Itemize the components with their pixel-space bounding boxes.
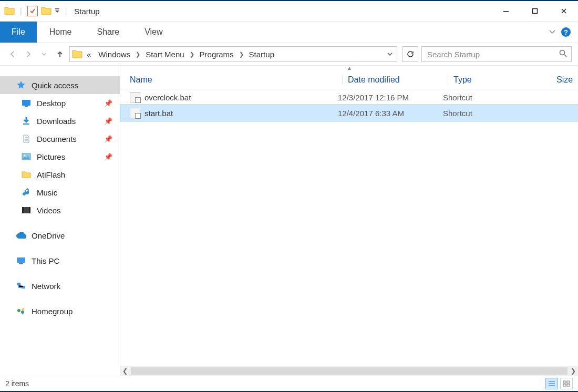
svg-rect-1 [503,11,509,12]
address-folder-icon [72,49,82,60]
explorer-window: | | Startup File [0,0,578,392]
shortcut-file-icon [130,108,140,118]
sidebar-item-label: Network [32,282,60,291]
sidebar-item-label: This PC [32,256,59,265]
new-folder-icon[interactable] [41,6,51,17]
svg-rect-22 [567,384,570,386]
address-bar[interactable]: « Windows ❯ Start Menu ❯ Programs ❯ Star… [69,46,397,62]
music-icon [21,188,32,197]
help-icon[interactable]: ? [561,27,571,37]
view-toggle [545,378,573,389]
breadcrumb[interactable]: Windows [95,50,133,59]
sidebar-item-videos[interactable]: Videos [0,201,120,219]
horizontal-scrollbar[interactable]: ❮ ❯ [120,366,578,376]
file-list-area: ▴ Name Date modified Type Size overclock… [120,66,578,376]
chevron-right-icon[interactable]: ❯ [189,51,195,58]
file-type: Shortcut [438,93,540,102]
svg-rect-2 [532,9,537,14]
svg-rect-0 [55,8,59,9]
scroll-right-icon[interactable]: ❯ [569,367,578,375]
svg-point-17 [21,311,24,314]
back-button[interactable] [6,50,19,58]
svg-rect-10 [22,207,24,213]
sidebar-item-downloads[interactable]: Downloads 📌 [0,112,120,130]
tab-view[interactable]: View [132,22,175,43]
statusbar: 2 items [0,376,578,391]
sidebar-item-homegroup[interactable]: Homegroup [0,302,120,320]
column-header-size[interactable]: Size [551,75,578,85]
view-thumbnails-button[interactable] [560,378,573,389]
sidebar-item-label: Documents [37,135,77,143]
svg-rect-19 [563,381,566,383]
column-header-type[interactable]: Type [448,75,551,85]
qat-customize-icon[interactable] [55,8,60,14]
sidebar-item-this-pc[interactable]: This PC [0,252,120,270]
scroll-track[interactable] [131,367,567,375]
column-header-date[interactable]: Date modified [342,75,448,85]
quick-access-toolbar: | | [0,6,69,17]
breadcrumb[interactable]: Startup [246,50,277,59]
onedrive-icon [16,232,26,239]
forward-button[interactable] [22,50,35,58]
recent-locations-icon[interactable] [38,51,50,57]
homegroup-icon [16,307,26,315]
svg-point-18 [22,308,25,311]
svg-point-8 [24,155,26,157]
file-date: 12/3/2017 12:16 PM [333,93,438,102]
separator: | [20,7,22,15]
sidebar-item-network[interactable]: Network [0,277,120,295]
chevron-right-icon[interactable]: ❯ [238,51,245,58]
file-row[interactable]: overclock.bat 12/3/2017 12:16 PM Shortcu… [120,89,578,105]
status-text: 2 items [5,379,29,388]
sidebar-item-onedrive[interactable]: OneDrive [0,226,120,244]
sidebar-item-label: OneDrive [32,231,65,240]
sidebar-item-documents[interactable]: Documents 📌 [0,130,120,148]
search-icon[interactable] [559,49,567,59]
minimize-button[interactable] [491,1,520,21]
star-icon [16,80,26,90]
sidebar-item-label: Quick access [32,81,78,90]
window-controls [491,1,578,21]
body: Quick access Desktop 📌 Downloads 📌 [0,66,578,376]
breadcrumb[interactable]: Programs [197,50,237,59]
sidebar-item-quick-access[interactable]: Quick access [0,76,120,94]
breadcrumb[interactable]: Start Menu [142,50,187,59]
close-button[interactable] [549,1,578,21]
search-box[interactable] [421,46,572,62]
sort-indicator-icon: ▴ [120,66,578,71]
sidebar-item-pictures[interactable]: Pictures 📌 [0,148,120,166]
search-input[interactable] [426,49,555,59]
sidebar-item-label: Music [37,188,57,197]
scroll-left-icon[interactable]: ❮ [120,367,130,375]
tab-home[interactable]: Home [37,22,85,43]
sidebar-item-atiflash[interactable]: AtiFlash [0,166,120,183]
window-title: Startup [74,7,99,16]
maximize-button[interactable] [520,1,549,21]
sidebar-item-music[interactable]: Music [0,183,120,201]
address-dropdown-icon[interactable] [387,50,393,58]
ribbon-expand-icon[interactable] [549,28,556,37]
pin-icon: 📌 [104,99,112,107]
svg-rect-5 [25,106,28,107]
file-date: 12/4/2017 6:33 AM [333,109,438,118]
svg-rect-4 [22,100,30,106]
breadcrumb-overflow[interactable]: « [84,50,94,59]
file-tab[interactable]: File [0,22,37,43]
sidebar-item-desktop[interactable]: Desktop 📌 [0,94,120,112]
column-header-name[interactable]: Name [120,75,342,85]
svg-point-16 [17,309,20,312]
downloads-icon [21,117,32,125]
desktop-icon [21,99,32,107]
properties-icon[interactable] [27,6,38,16]
folder-icon [21,171,32,178]
file-row[interactable]: start.bat 12/4/2017 6:33 AM Shortcut [120,105,578,121]
view-details-button[interactable] [545,378,558,389]
svg-rect-13 [19,263,23,264]
up-button[interactable] [54,50,66,58]
sidebar-item-label: Pictures [37,152,65,161]
chevron-right-icon[interactable]: ❯ [135,51,141,58]
tab-share[interactable]: Share [84,22,132,43]
refresh-button[interactable] [402,46,418,62]
svg-rect-6 [23,123,29,125]
navigation-bar: « Windows ❯ Start Menu ❯ Programs ❯ Star… [0,43,578,66]
